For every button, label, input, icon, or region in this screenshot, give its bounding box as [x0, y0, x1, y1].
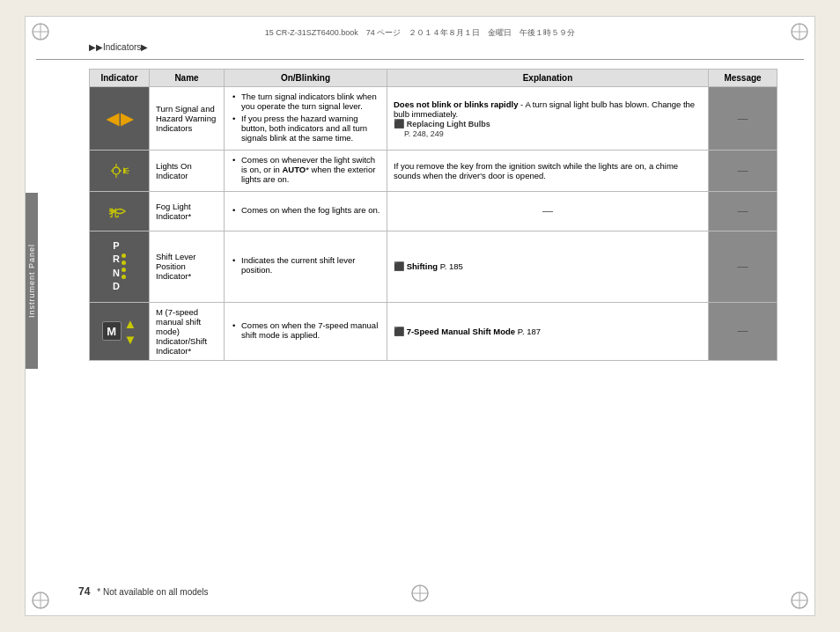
explanation-bold: Does not blink or blinks rapidly: [394, 99, 518, 109]
message-cell-shift-lever: —: [709, 231, 777, 303]
ref-symbol: ⬛: [394, 327, 404, 336]
table-row: ◀ ▶ Turn Signal and Hazard Warning Indic…: [90, 87, 777, 151]
footnote: * Not available on all models: [97, 587, 208, 597]
on-blinking-cell-shift-lever: Indicates the current shift lever positi…: [225, 231, 387, 303]
shift-arrows-icon: ▲ ▼: [124, 316, 137, 347]
indicator-cell-shift-lever: P R N D: [90, 231, 150, 303]
prnd-dots: [122, 254, 126, 279]
prnd-dot: [122, 268, 126, 272]
corner-tl: [31, 22, 50, 41]
m-box: M: [102, 321, 122, 341]
ref-page-7speed: P. 187: [518, 327, 541, 336]
col-header-message: Message: [709, 70, 777, 87]
on-blinking-item: The turn signal indicators blink when yo…: [231, 92, 380, 111]
ref-page-shifting: P. 185: [440, 261, 463, 271]
svg-line-19: [124, 173, 129, 173]
table-row: M ▲ ▼ M (7-speed manual shift mode) Indi…: [90, 302, 777, 360]
turn-signal-icon: ◀ ▶: [96, 102, 143, 136]
m-indicator-icon: M ▲ ▼: [96, 309, 143, 354]
ref-symbol: ⬛: [394, 261, 404, 271]
message-dash: —: [738, 113, 748, 125]
ref-label-7speed: 7-Speed Manual Shift Mode: [407, 327, 516, 336]
content-area: Indicator Name On/Blinking Explanation M…: [89, 69, 777, 361]
table-row: Lights On Indicator Comes on whenever th…: [90, 151, 777, 192]
on-blinking-cell-turn-signal: The turn signal indicators blink when yo…: [225, 87, 387, 151]
ref-page-replacing: P. 248, 249: [404, 129, 444, 138]
page-number: 74: [78, 585, 90, 598]
message-dash: —: [738, 261, 748, 273]
indicator-cell-fog: 扎: [90, 192, 150, 231]
on-blinking-item: If you press the hazard warning button, …: [231, 114, 380, 143]
indicator-cell-m: M ▲ ▼: [90, 302, 150, 360]
prnd-dot: [122, 275, 126, 279]
name-cell-fog: Fog Light Indicator*: [150, 192, 225, 231]
prnd-icon: P R N D: [96, 236, 143, 298]
ref-label-replacing: Replacing Light Bulbs: [407, 120, 490, 129]
side-tab-label: Instrument Panel: [27, 244, 36, 318]
on-blinking-cell-lights-on: Comes on whenever the light switch is on…: [225, 151, 387, 192]
on-blinking-cell-m: Comes on when the 7-speed manual shift m…: [225, 302, 387, 360]
message-dash: —: [738, 325, 748, 337]
top-metadata: 15 CR-Z-31SZT6400.book 74 ページ ２０１４年８月１日 …: [36, 27, 804, 39]
corner-tr: [790, 22, 809, 41]
table-row: P R N D: [90, 231, 777, 303]
prnd-letters: P R N D: [113, 239, 120, 294]
side-tab: Instrument Panel: [26, 193, 38, 369]
name-cell-lights-on: Lights On Indicator: [150, 151, 225, 192]
footer: 74 * Not available on all models: [78, 585, 209, 598]
indicator-cell-lights-on: [90, 151, 150, 192]
name-cell-m: M (7-speed manual shift mode) Indicator/…: [150, 302, 225, 360]
on-blinking-item: Indicates the current shift lever positi…: [231, 255, 380, 275]
indicator-table: Indicator Name On/Blinking Explanation M…: [89, 69, 777, 361]
corner-br: [790, 591, 809, 610]
explanation-dash: —: [542, 205, 553, 217]
col-header-name: Name: [150, 70, 225, 87]
on-blinking-item: Comes on when the fog lights are on.: [231, 205, 380, 215]
explanation-cell-shift-lever: ⬛ Shifting P. 185: [387, 231, 709, 303]
corner-bl: [31, 591, 50, 610]
lights-on-icon: [96, 158, 143, 184]
message-cell-m: —: [709, 302, 777, 360]
indicator-cell-turn-signal: ◀ ▶: [90, 87, 150, 151]
bottom-center-decoration: [410, 584, 430, 605]
explanation-cell-lights-on: If you remove the key from the ignition …: [387, 151, 709, 192]
on-blinking-cell-fog: Comes on when the fog lights are on.: [225, 192, 387, 231]
svg-line-17: [124, 168, 129, 169]
on-blinking-item: Comes on when the 7-speed manual shift m…: [231, 320, 380, 340]
svg-text:扎: 扎: [109, 208, 119, 218]
explanation-cell-turn-signal: Does not blink or blinks rapidly - A tur…: [387, 87, 709, 151]
name-cell-turn-signal: Turn Signal and Hazard Warning Indicator…: [150, 87, 225, 151]
page-frame: 15 CR-Z-31SZT6400.book 74 ページ ２０１４年８月１日 …: [25, 16, 815, 616]
ref-symbol: ⬛: [394, 119, 404, 129]
message-cell-turn-signal: —: [709, 87, 777, 151]
breadcrumb: ▶▶Indicators▶: [89, 42, 804, 52]
message-dash: —: [738, 165, 748, 177]
explanation-cell-fog: —: [387, 192, 709, 231]
top-rule: [36, 59, 804, 60]
table-row: 扎 Fog Light Indicator* Comes on when the…: [90, 192, 777, 231]
on-blinking-item: Comes on whenever the light switch is on…: [231, 155, 380, 184]
table-header-row: Indicator Name On/Blinking Explanation M…: [90, 70, 777, 87]
name-cell-shift-lever: Shift Lever Position Indicator*: [150, 231, 225, 303]
col-header-explanation: Explanation: [387, 70, 709, 87]
message-cell-fog: —: [709, 192, 777, 231]
prnd-dot: [122, 261, 126, 265]
explanation-cell-m: ⬛ 7-Speed Manual Shift Mode P. 187: [387, 302, 709, 360]
svg-point-12: [113, 167, 120, 174]
message-dash: —: [738, 205, 748, 217]
prnd-dot: [122, 254, 126, 258]
message-cell-lights-on: —: [709, 151, 777, 192]
col-header-on-blinking: On/Blinking: [225, 70, 387, 87]
fog-light-icon: 扎: [96, 196, 143, 226]
ref-label-shifting: Shifting: [407, 261, 438, 271]
col-header-indicator: Indicator: [90, 70, 150, 87]
